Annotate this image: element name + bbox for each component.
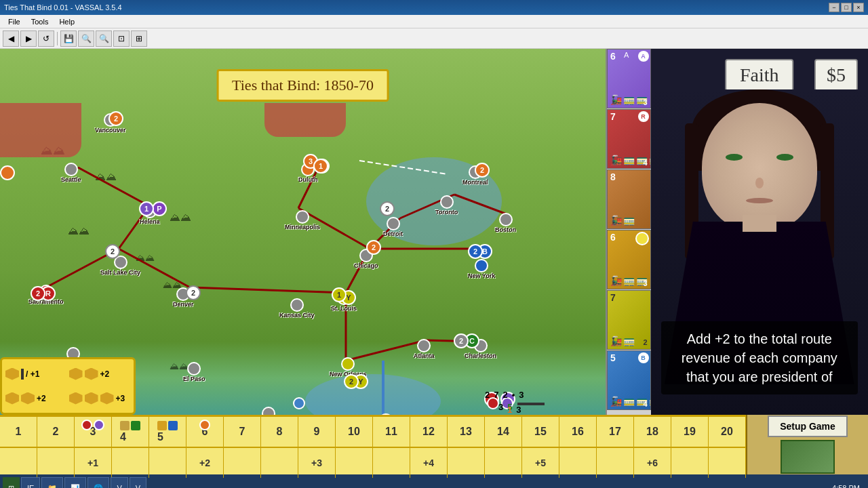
card-purple[interactable]: 6 A A 🚂 🚃 🚃 3: [607, 49, 651, 108]
bonus-cell-17: [597, 448, 634, 478]
restore-button[interactable]: □: [841, 3, 852, 12]
character-panel: Faith $5: [651, 49, 868, 415]
city-label: Salt Lake City: [100, 269, 140, 276]
menu-tools[interactable]: Tools: [26, 16, 54, 27]
start-button[interactable]: ⊞: [3, 477, 20, 488]
windows-icon: ⊞: [8, 484, 14, 489]
bonus-cell-7: [224, 448, 261, 478]
bonus-cell-13: [448, 448, 485, 478]
token-blue-sq: [168, 421, 178, 430]
toolbar-zoom-in[interactable]: 🔍: [96, 30, 112, 47]
close-button[interactable]: ×: [853, 3, 864, 12]
city-circle: [341, 357, 355, 371]
menu-file[interactable]: File: [3, 16, 26, 27]
token-vancouver: 2: [108, 111, 123, 126]
card-count: 4: [643, 159, 647, 167]
token-ny-2: 2: [468, 244, 483, 259]
score-13: 13: [448, 417, 485, 447]
card-red[interactable]: 7 R 🚂 🚃 🚃 🚃 4: [607, 109, 651, 169]
bottom-row: 1 2 3 4: [0, 415, 868, 474]
token-chas-2: 2: [454, 333, 469, 348]
game-map[interactable]: Ties that Bind: 1850-70 ⛰⛰ ⛰⛰ ⛰⛰ ⛰⛰ ⛰⛰ ⛰…: [0, 49, 606, 415]
main-content: Ties that Bind: 1850-70 ⛰⛰ ⛰⛰ ⛰⛰ ⛰⛰ ⛰⛰ ⛰…: [0, 49, 868, 415]
bar-marker: [517, 403, 545, 405]
chrome-icon: 🌐: [94, 484, 103, 489]
hex-5: [21, 392, 35, 405]
toolbar-back[interactable]: ◀: [3, 30, 19, 47]
toolbar-zoom-out[interactable]: 🔍: [78, 30, 94, 47]
city-atlanta: Atlanta: [414, 339, 435, 359]
toolbar-save[interactable]: 💾: [60, 30, 77, 47]
bonus-cell-8: [261, 448, 298, 478]
bonus-cell-14: [485, 448, 522, 478]
city-label: Duluth: [298, 176, 318, 183]
card-badge: A: [638, 51, 649, 62]
train-1: 🚂: [610, 215, 622, 226]
score-num: 19: [684, 426, 696, 438]
score-12: 12: [410, 417, 448, 447]
score-num: 16: [572, 426, 584, 438]
city-circle: [296, 210, 309, 224]
bonus-cell-18: +6: [634, 448, 671, 478]
clock-time: 4:58 PM: [832, 484, 860, 488]
menu-help[interactable]: Help: [54, 16, 80, 27]
train-1: 🚂: [610, 275, 622, 286]
toolbar-forward[interactable]: ▶: [20, 30, 37, 47]
score-num: 1: [16, 426, 22, 438]
toolbar-properties[interactable]: ⊞: [131, 30, 147, 47]
train-2: 🚃: [623, 275, 635, 286]
score-8: 8: [261, 417, 298, 447]
city-label: Minneapolis: [285, 224, 320, 230]
card-yellow[interactable]: 7 🚂 🚃 2: [607, 290, 651, 350]
bonus-label-4: +3: [116, 394, 125, 403]
train-1: 🚂: [610, 155, 622, 165]
city-circle: [475, 259, 488, 272]
toolbar-zoom-fit[interactable]: ⊡: [113, 30, 130, 47]
city-elpaso: El Paso: [183, 362, 205, 382]
bonus-cell-16: [559, 448, 597, 478]
city-label: Vancouver: [95, 127, 126, 134]
taskbar-chrome[interactable]: 🌐: [87, 477, 109, 488]
card-blue[interactable]: 5 B 🚂 🚃 🚃 🚃 4: [607, 350, 651, 410]
portrait-neck: [743, 215, 776, 232]
city-detroit: Detroit: [383, 217, 403, 237]
taskbar-vassal-2[interactable]: V: [130, 477, 146, 488]
score-num: 2: [53, 426, 59, 438]
taskbar-excel[interactable]: 📊: [64, 477, 86, 488]
setup-game-button[interactable]: Setup Game: [768, 415, 848, 437]
taskbar-vassal-1[interactable]: V: [111, 477, 127, 488]
money-text: $5: [827, 64, 846, 85]
city-newyork: New York: [468, 259, 495, 279]
hex-2: [69, 368, 83, 380]
token-montreal: 2: [475, 163, 490, 178]
bonus-label-1: / +1: [26, 369, 39, 379]
taskbar-explorer[interactable]: 📁: [41, 477, 63, 488]
score-16: 16: [559, 417, 597, 447]
cell-5-content: 5: [157, 421, 178, 443]
window-controls[interactable]: − □ ×: [829, 3, 864, 12]
hex-3: [85, 368, 98, 380]
ie-icon: IE: [27, 484, 34, 488]
minimize-button[interactable]: −: [829, 3, 840, 12]
token-no-2: 2: [344, 374, 359, 389]
city-kansascity: Kansas City: [279, 298, 315, 319]
faith-text: Faith: [740, 64, 779, 85]
token-den-2: 2: [186, 285, 201, 300]
toolbar-refresh[interactable]: ↺: [38, 30, 54, 47]
city-circle: [290, 298, 304, 312]
taskbar-ie[interactable]: IE: [21, 477, 40, 488]
card-num: 5: [610, 352, 616, 363]
card-brown[interactable]: 8 🚂 🚃: [607, 169, 651, 229]
token-square: [120, 421, 130, 430]
score-15: 15: [522, 417, 559, 447]
toolbar: ◀ ▶ ↺ 💾 🔍 🔍 ⊡ ⊞: [0, 28, 868, 49]
title-bar-text: Ties That Bind 0.01 - VASSAL 3.5.4: [4, 3, 122, 12]
city-label: Detroit: [383, 230, 403, 237]
red-marker: [81, 420, 92, 430]
city-label: Kansas City: [279, 312, 315, 319]
city-circle: [187, 362, 201, 375]
card-count: 3: [643, 98, 647, 106]
bonus-cell-20: [709, 448, 746, 478]
track-num-3: 2: [502, 390, 507, 400]
card-gold[interactable]: 6 🚂 🚃 🚃 3: [607, 230, 651, 289]
